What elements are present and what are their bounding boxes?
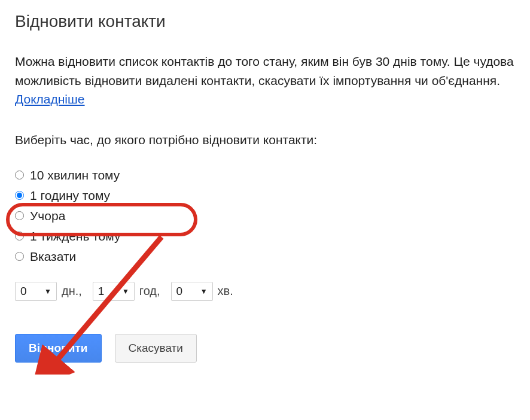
hours-unit: год, — [139, 284, 160, 298]
radio-label-1week: 1 тиждень тому — [30, 229, 120, 244]
time-radio-group: 10 хвилин тому 1 годину тому Учора 1 тиж… — [15, 168, 515, 264]
days-select[interactable]: 0 ▼ — [15, 282, 57, 301]
radio-input-1hour[interactable] — [15, 191, 24, 200]
caret-down-icon: ▼ — [122, 287, 129, 296]
minutes-unit: хв. — [218, 284, 233, 298]
radio-input-custom[interactable] — [15, 252, 24, 261]
time-prompt: Виберіть час, до якого потрібно відновит… — [15, 133, 515, 147]
radio-label-10min: 10 хвилин тому — [30, 168, 120, 182]
page-title: Відновити контакти — [15, 12, 515, 31]
minutes-value: 0 — [176, 285, 183, 298]
radio-label-1hour: 1 годину тому — [30, 188, 110, 203]
description-body: Можна відновити список контактів до того… — [15, 54, 514, 87]
radio-1-week[interactable]: 1 тиждень тому — [15, 229, 515, 244]
radio-input-1week[interactable] — [15, 232, 24, 241]
minutes-select[interactable]: 0 ▼ — [171, 282, 213, 301]
days-unit: дн., — [62, 284, 82, 298]
radio-label-yesterday: Учора — [30, 209, 65, 223]
radio-custom[interactable]: Вказати — [15, 249, 515, 264]
radio-10-minutes[interactable]: 10 хвилин тому — [15, 168, 515, 182]
caret-down-icon: ▼ — [200, 287, 208, 296]
learn-more-link[interactable]: Докладніше — [15, 92, 85, 106]
caret-down-icon: ▼ — [44, 287, 51, 296]
description-text: Можна відновити список контактів до того… — [15, 52, 515, 109]
custom-time-row: 0 ▼ дн., 1 ▼ год, 0 ▼ хв. — [15, 282, 515, 301]
radio-1-hour[interactable]: 1 годину тому — [15, 188, 515, 203]
restore-button[interactable]: Відновити — [15, 334, 102, 363]
radio-input-yesterday[interactable] — [15, 211, 24, 220]
hours-select[interactable]: 1 ▼ — [93, 282, 135, 301]
radio-yesterday[interactable]: Учора — [15, 209, 515, 223]
cancel-button[interactable]: Скасувати — [115, 334, 197, 363]
radio-label-custom: Вказати — [30, 249, 76, 264]
days-value: 0 — [20, 285, 27, 298]
hours-value: 1 — [98, 285, 105, 298]
action-buttons: Відновити Скасувати — [15, 334, 515, 363]
radio-input-10min[interactable] — [15, 171, 24, 179]
